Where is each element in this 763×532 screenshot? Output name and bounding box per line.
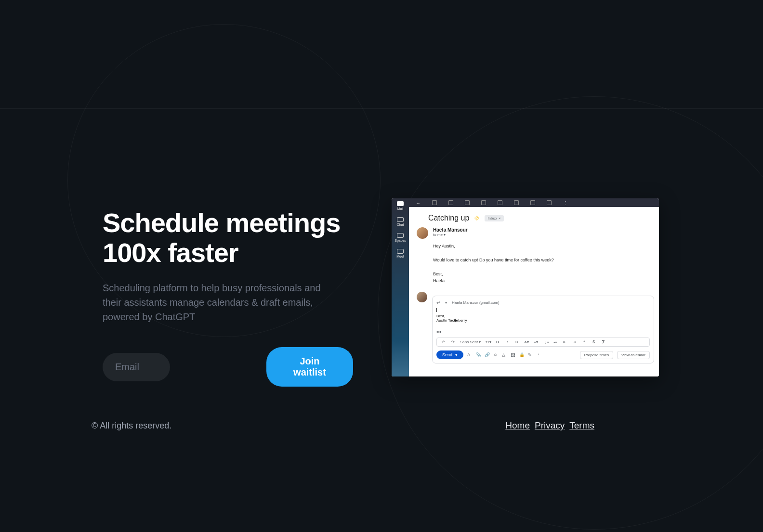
bullet-list-icon[interactable]: •≡ bbox=[553, 340, 558, 344]
reply-content[interactable]: Best, Austin Tackaberry ✦ bbox=[436, 308, 650, 327]
gmail-toolbar: ← ⋮ bbox=[409, 198, 659, 207]
reply-header: ↩ ▾ Haefa Mansour (gmail.com) bbox=[436, 300, 650, 308]
quoted-text-toggle[interactable]: ••• bbox=[436, 329, 650, 335]
sidebar-item-chat[interactable]: Chat bbox=[397, 217, 404, 226]
hero-title: Schedule meetings 100x faster bbox=[103, 208, 353, 267]
reply-to-label: Haefa Mansour (gmail.com) bbox=[452, 300, 500, 305]
more-icon[interactable]: ⋮ bbox=[563, 200, 568, 206]
sender-info: Haefa Mansour to me ▾ bbox=[433, 227, 468, 237]
email-signoff: Best, bbox=[433, 271, 640, 277]
strike-icon[interactable]: S̶ bbox=[592, 340, 596, 344]
email-greeting: Hey Austin, bbox=[433, 243, 640, 249]
snooze-icon[interactable] bbox=[498, 200, 502, 205]
sender-to[interactable]: to me ▾ bbox=[433, 233, 468, 237]
sidebar-chat-label: Chat bbox=[397, 223, 404, 226]
email-input[interactable] bbox=[103, 353, 170, 381]
report-icon[interactable] bbox=[448, 200, 453, 205]
hero-section: Schedule meetings 100x faster Scheduling… bbox=[103, 208, 353, 387]
reply-avatar bbox=[417, 292, 427, 302]
sidebar-spaces-label: Spaces bbox=[395, 239, 406, 242]
view-calendar-button[interactable]: View calendar bbox=[617, 351, 650, 359]
quote-icon[interactable]: ❝ bbox=[582, 340, 587, 344]
gmail-sidebar: Mail Chat Spaces Meet bbox=[392, 198, 409, 376]
undo-icon[interactable]: ↶ bbox=[441, 340, 446, 344]
horizontal-divider bbox=[0, 108, 763, 109]
propose-times-button[interactable]: Propose times bbox=[580, 351, 613, 359]
inbox-badge-label: Inbox bbox=[487, 216, 497, 221]
footer-links: Home Privacy Terms bbox=[505, 420, 594, 431]
bold-icon[interactable]: B bbox=[495, 340, 500, 344]
format-toggle-icon[interactable]: A bbox=[467, 352, 472, 357]
reply-arrow-icon[interactable]: ↩ bbox=[436, 300, 440, 305]
reply-signoff: Best, bbox=[436, 314, 650, 318]
close-badge-icon[interactable]: × bbox=[499, 216, 501, 221]
task-icon[interactable] bbox=[514, 200, 519, 205]
inbox-badge[interactable]: Inbox × bbox=[485, 215, 503, 221]
hero-subtitle: Scheduling platform to help busy profess… bbox=[103, 281, 334, 324]
email-line: Would love to catch up! Do you have time… bbox=[433, 257, 640, 263]
back-arrow-icon[interactable]: ← bbox=[416, 200, 421, 206]
align-icon[interactable]: ≡▾ bbox=[534, 340, 539, 344]
link-icon[interactable]: 🔗 bbox=[485, 352, 489, 357]
indent-less-icon[interactable]: ⇤ bbox=[563, 340, 567, 344]
pen-icon[interactable]: ✎ bbox=[528, 352, 533, 357]
sidebar-item-meet[interactable]: Meet bbox=[396, 249, 404, 258]
cursor-pointer-icon: ✦ bbox=[453, 317, 458, 324]
emoji-icon[interactable]: ☺ bbox=[493, 352, 498, 357]
mail-icon bbox=[397, 201, 404, 206]
font-select[interactable]: Sans Serif▾ bbox=[460, 340, 481, 344]
sidebar-item-spaces[interactable]: Spaces bbox=[395, 233, 406, 242]
attach-icon[interactable]: 📎 bbox=[476, 352, 481, 357]
sidebar-mail-label: Mail bbox=[397, 207, 404, 210]
label-icon[interactable] bbox=[547, 200, 552, 205]
sidebar-meet-label: Meet bbox=[396, 255, 404, 258]
lock-icon[interactable]: 🔒 bbox=[519, 352, 524, 357]
signup-row: Join waitlist bbox=[103, 347, 353, 387]
footer-copyright: © All rights reserved. bbox=[92, 421, 171, 431]
text-cursor bbox=[436, 308, 437, 312]
italic-icon[interactable]: I bbox=[505, 340, 510, 344]
sender-row: Haefa Mansour to me ▾ bbox=[417, 227, 640, 239]
footer-link-terms[interactable]: Terms bbox=[569, 420, 594, 431]
drive-icon[interactable]: △ bbox=[502, 352, 507, 357]
reply-signature: Austin Tackaberry bbox=[436, 318, 467, 323]
email-text: Hey Austin, Would love to catch up! Do y… bbox=[433, 243, 640, 284]
move-icon[interactable] bbox=[530, 200, 535, 205]
gmail-content: Catching up ⯑ Inbox × Haefa Mansour to m… bbox=[409, 207, 659, 376]
send-button-label: Send bbox=[442, 352, 452, 357]
format-toolbar: ↶ ↷ Sans Serif▾ тT▾ B I U A▾ ≡▾ ⋮≡ •≡ ⇤ … bbox=[436, 337, 650, 347]
footer-link-privacy[interactable]: Privacy bbox=[535, 420, 565, 431]
numbered-list-icon[interactable]: ⋮≡ bbox=[543, 340, 548, 344]
spaces-icon bbox=[397, 233, 404, 238]
unread-icon[interactable] bbox=[481, 200, 486, 205]
sender-to-label: to me bbox=[433, 233, 443, 237]
send-button[interactable]: Send ▾ bbox=[436, 350, 463, 359]
email-signature: Haefa bbox=[433, 277, 640, 284]
fontsize-icon[interactable]: тT▾ bbox=[486, 340, 490, 344]
clear-format-icon[interactable]: T̷ bbox=[601, 340, 606, 344]
meet-icon bbox=[397, 249, 404, 254]
star-icon[interactable]: ⯑ bbox=[474, 215, 480, 221]
reply-dropdown-icon[interactable]: ▾ bbox=[445, 300, 447, 305]
redo-icon[interactable]: ↷ bbox=[450, 340, 455, 344]
email-subject: Catching up bbox=[428, 214, 469, 222]
email-header: Catching up ⯑ Inbox × bbox=[409, 207, 659, 227]
chevron-down-icon: ▾ bbox=[444, 233, 446, 237]
delete-icon[interactable] bbox=[465, 200, 470, 205]
gmail-screenshot: Mail Chat Spaces Meet ← ⋮ Catching up ⯑ bbox=[392, 198, 659, 376]
send-dropdown-icon[interactable]: ▾ bbox=[455, 352, 458, 357]
footer: © All rights reserved. Home Privacy Term… bbox=[92, 420, 594, 431]
join-waitlist-button[interactable]: Join waitlist bbox=[266, 347, 353, 387]
sender-name: Haefa Mansour bbox=[433, 227, 468, 233]
more-options-icon[interactable]: ⋮ bbox=[537, 352, 541, 357]
footer-link-home[interactable]: Home bbox=[505, 420, 530, 431]
reply-box[interactable]: ↩ ▾ Haefa Mansour (gmail.com) Best, Aust… bbox=[432, 296, 654, 363]
image-icon[interactable]: 🖼 bbox=[511, 352, 515, 357]
textcolor-icon[interactable]: A▾ bbox=[524, 340, 529, 344]
sender-avatar bbox=[417, 227, 428, 239]
sidebar-item-mail[interactable]: Mail bbox=[397, 201, 404, 210]
underline-icon[interactable]: U bbox=[514, 340, 519, 344]
send-row: Send ▾ A 📎 🔗 ☺ △ 🖼 🔒 ✎ ⋮ Propose times V… bbox=[436, 350, 650, 359]
indent-more-icon[interactable]: ⇥ bbox=[572, 340, 577, 344]
archive-icon[interactable] bbox=[432, 200, 437, 205]
